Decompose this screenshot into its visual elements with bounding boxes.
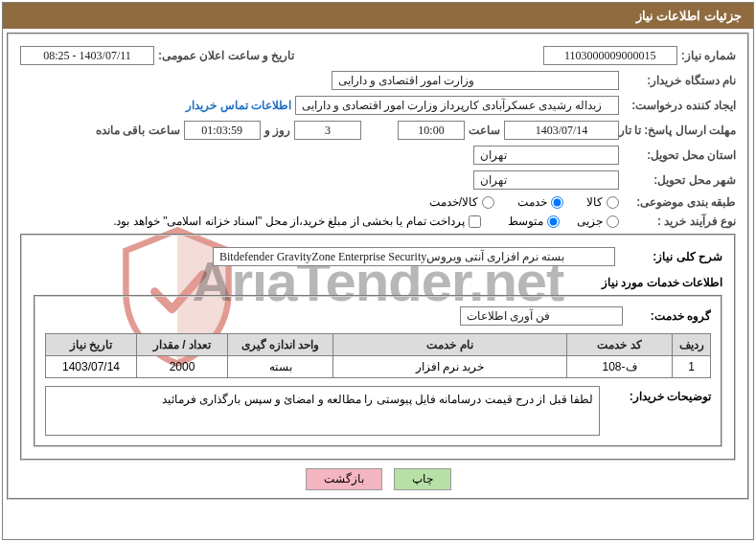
province-label: استان محل تحویل: [623, 148, 736, 162]
radio-kala-khedmat[interactable]: کالا/خدمت [429, 195, 494, 209]
td-code: ف-108 [567, 356, 673, 378]
deadline-days: 3 [294, 121, 361, 140]
general-desc-label: شرح کلی نیاز: [619, 250, 722, 263]
buyer-contact-link[interactable]: اطلاعات تماس خریدار [186, 99, 291, 112]
purchase-type-label: نوع فرآیند خرید : [623, 215, 736, 228]
city-label: شهر محل تحویل: [623, 173, 736, 187]
treasury-checkbox[interactable]: پرداخت تمام یا بخشی از مبلغ خرید،از محل … [113, 215, 481, 228]
radio-kala[interactable]: کالا [586, 195, 619, 209]
need-number-value: 1103000009000015 [543, 46, 677, 65]
province-value: تهران [473, 146, 619, 165]
radio-khedmat[interactable]: خدمت [517, 195, 563, 209]
buyer-notes-value: لطفا قبل از درج قیمت درسامانه فایل پیوست… [45, 386, 600, 436]
buyer-org-value: وزارت امور اقتصادی و دارایی [332, 71, 619, 90]
services-table: ردیف کد خدمت نام خدمت واحد اندازه گیری ت… [45, 333, 711, 378]
service-group-value: فن آوری اطلاعات [460, 306, 623, 326]
td-date: 1403/07/14 [46, 356, 137, 378]
th-code: کد خدمت [567, 334, 673, 356]
subject-cat-label: طبقه بندی موضوعی: [623, 195, 736, 209]
radio-jozee-label: جزیی [577, 215, 603, 228]
td-row: 1 [673, 356, 711, 378]
treasury-note: پرداخت تمام یا بخشی از مبلغ خرید،از محل … [113, 215, 465, 228]
requester-label: ایجاد کننده درخواست: [623, 99, 736, 112]
radio-khedmat-label: خدمت [517, 195, 547, 209]
radio-motavaset-label: متوسط [508, 215, 543, 228]
city-value: تهران [473, 170, 619, 190]
td-name: خرید نرم افزار [333, 356, 567, 378]
deadline-days-label: روز و [264, 124, 290, 137]
th-date: تاریخ نیاز [46, 334, 137, 356]
buyer-org-label: نام دستگاه خریدار: [623, 74, 736, 87]
buyer-notes-label: توضیحات خریدار: [607, 390, 711, 403]
radio-kala-label: کالا [586, 195, 603, 209]
deadline-remaining: 01:03:59 [184, 121, 261, 140]
td-qty: 2000 [137, 356, 228, 378]
radio-motavaset[interactable]: متوسط [508, 215, 560, 228]
th-row: ردیف [673, 334, 711, 356]
td-unit: بسته [228, 356, 333, 378]
page-title: جزئیات اطلاعات نیاز [3, 3, 753, 29]
radio-kala-khedmat-label: کالا/خدمت [429, 195, 478, 209]
announce-date-label: تاریخ و ساعت اعلان عمومی: [158, 49, 294, 62]
deadline-label: مهلت ارسال پاسخ: تا تاریخ: [623, 124, 736, 137]
radio-jozee[interactable]: جزیی [577, 215, 619, 228]
requester-value: زبداله رشیدی عسکرآبادی کارپرداز وزارت ام… [295, 96, 619, 115]
deadline-date: 1403/07/14 [504, 121, 619, 140]
th-name: نام خدمت [333, 334, 567, 356]
announce-date-value: 1403/07/11 - 08:25 [20, 46, 154, 65]
deadline-time: 10:00 [398, 121, 465, 140]
print-button[interactable]: چاپ [394, 468, 451, 490]
need-number-label: شماره نیاز: [681, 49, 736, 62]
table-header-row: ردیف کد خدمت نام خدمت واحد اندازه گیری ت… [46, 334, 711, 356]
table-row: 1 ف-108 خرید نرم افزار بسته 2000 1403/07… [46, 356, 711, 378]
deadline-time-label: ساعت [469, 124, 500, 137]
back-button[interactable]: بازگشت [306, 468, 382, 490]
th-unit: واحد اندازه گیری [228, 334, 333, 356]
general-desc-value: بسته نرم افزاری آنتی ویروسBitdefender Gr… [213, 247, 615, 266]
service-group-label: گروه خدمت: [627, 309, 711, 323]
services-header: اطلاعات خدمات مورد نیاز [602, 276, 722, 289]
th-qty: تعداد / مقدار [137, 334, 228, 356]
deadline-remaining-label: ساعت باقی مانده [96, 124, 180, 137]
